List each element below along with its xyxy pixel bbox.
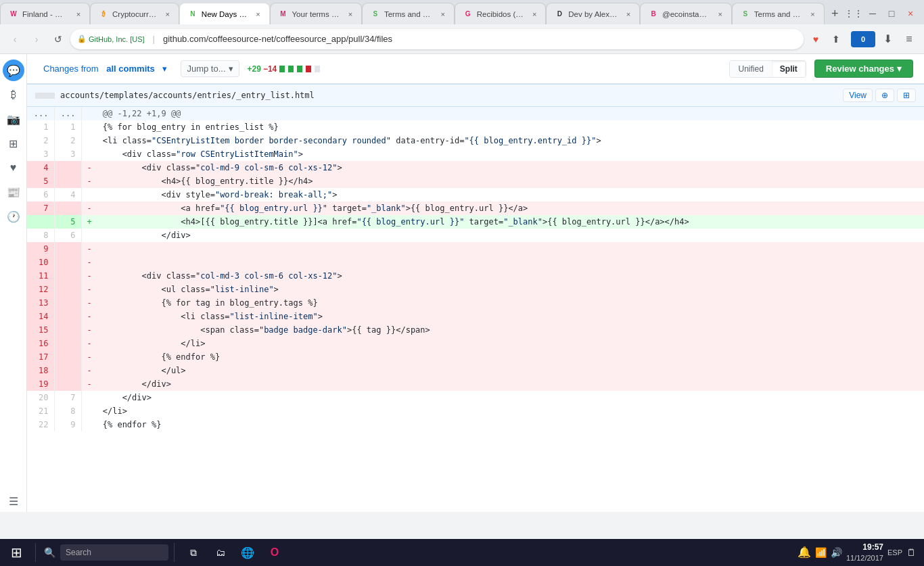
diff-line-19: 19 - </div>: [27, 377, 924, 391]
tab-close-crypto[interactable]: ×: [162, 9, 173, 20]
diff-line-4: 4 - <div class="col-md-9 col-sm-6 col-xs…: [27, 161, 924, 174]
search-button[interactable]: 🔍: [39, 539, 60, 566]
line-mark-6: [81, 188, 97, 202]
line-mark-add: +: [81, 215, 97, 229]
diff-line-add-5: 5 + <h4>[{{ blog_entry.title }}]<a href=…: [27, 215, 924, 229]
sidebar-icon-heart[interactable]: ♥: [3, 157, 24, 179]
unified-button[interactable]: Unified: [730, 61, 771, 77]
download-button[interactable]: ⬇: [878, 30, 897, 49]
line-mark-18: -: [81, 364, 97, 377]
line-mark-11: -: [81, 269, 97, 283]
hunk-left-dots: ...: [27, 107, 54, 120]
line-mark-13: -: [81, 296, 97, 310]
browser-menu-buttons: ⬇ ≡: [878, 30, 919, 49]
tab-finland[interactable]: W Finland - Wi... ×: [0, 3, 90, 24]
sidebar-icon-clock[interactable]: 🕐: [3, 206, 24, 227]
line-num-left-21: 21: [27, 404, 54, 418]
sidebar-icon-chat[interactable]: 💬: [3, 60, 24, 81]
tab-ecoinstant[interactable]: B @ecoinstant... ×: [640, 3, 732, 24]
tab-close-dev[interactable]: ×: [623, 9, 634, 20]
sidebar-icon-crypto[interactable]: ₿: [3, 84, 24, 105]
line-code-17: {% endfor %}: [97, 350, 924, 364]
taskbar-notifications[interactable]: 🔔: [798, 546, 811, 559]
tab-close-terms2[interactable]: ×: [808, 9, 818, 20]
tab-close-newdays[interactable]: ×: [253, 9, 264, 20]
window-minimize-button[interactable]: ─: [864, 5, 881, 22]
split-button[interactable]: Split: [772, 61, 806, 77]
line-mark-12: -: [81, 283, 97, 296]
line-code-15: <span class="badge badge-dark">{{ tag }}…: [97, 323, 924, 337]
line-num-left-22: 22: [27, 418, 54, 431]
line-num-right-14: [54, 310, 81, 323]
tab-crypto[interactable]: ₿ Cryptocurre... ×: [90, 3, 179, 24]
line-num-right-21: 8: [54, 404, 81, 418]
taskbar-app-files[interactable]: 🗂: [207, 539, 234, 566]
tab-favicon-dev: D: [555, 9, 564, 19]
line-mark-9: -: [81, 242, 97, 256]
diff-block-4: [306, 66, 311, 72]
sidebar-icon-menu[interactable]: ☰: [3, 490, 24, 512]
tab-close-finland[interactable]: ×: [73, 9, 84, 20]
tab-recibidos[interactable]: G Recibidos (1... ×: [455, 3, 547, 24]
line-num-left-20: 20: [27, 391, 54, 404]
tab-favicon-newdays: N: [188, 9, 198, 19]
tab-terms2[interactable]: S Terms and C... ×: [732, 3, 825, 24]
line-code-add: <h4>[{{ blog_entry.title }}]<a href="{{ …: [97, 215, 924, 229]
tab-close-ecoinstant[interactable]: ×: [715, 9, 726, 20]
window-maximize-button[interactable]: □: [883, 5, 900, 22]
line-num-left-18: 18: [27, 364, 54, 377]
sidebar-icon-apps[interactable]: ⊞: [3, 133, 24, 154]
tab-extras: ⋮⋮ ─ □ ×: [846, 5, 924, 24]
hamburger-menu[interactable]: ≡: [900, 30, 919, 49]
window-close-button[interactable]: ×: [902, 5, 919, 22]
line-mark-15: -: [81, 323, 97, 337]
tab-newdays[interactable]: N New Days 4... ×: [179, 3, 270, 24]
bookmark-button[interactable]: ♥: [806, 30, 825, 49]
tab-close-recibidos[interactable]: ×: [529, 9, 540, 20]
line-num-right-16: [54, 337, 81, 350]
share-button[interactable]: ⬆: [827, 30, 846, 49]
line-num-right-22: 9: [54, 418, 81, 431]
address-input[interactable]: 🔒 GitHub, Inc. [US] | github.com/coffees…: [70, 29, 804, 49]
forward-button[interactable]: ›: [27, 30, 46, 49]
taskbar-app-opera[interactable]: O: [261, 539, 288, 566]
tab-close-terms1[interactable]: ×: [438, 9, 448, 20]
new-tab-button[interactable]: +: [825, 3, 846, 24]
taskbar-app-view[interactable]: ⧉: [180, 539, 207, 566]
taskbar-volume[interactable]: 🔊: [831, 547, 842, 558]
diff-expand-button[interactable]: ⊕: [875, 89, 894, 102]
start-button[interactable]: ⊞: [0, 539, 32, 566]
tab-gmail[interactable]: M Your terms a... ×: [270, 3, 362, 24]
sidebar-icon-news[interactable]: 📰: [3, 181, 24, 203]
diff-line-9: 9 -: [27, 242, 924, 256]
changes-from-button[interactable]: Changes from all commits ▾: [38, 61, 172, 76]
tab-title-dev: Dev by Alex1...: [568, 10, 619, 18]
line-code-6: <div style="word-break: break-all;">: [97, 188, 924, 202]
diff-line-21: 21 8 </li>: [27, 404, 924, 418]
tab-title-gmail: Your terms a...: [292, 10, 341, 18]
search-input-taskbar[interactable]: Search: [60, 544, 168, 561]
review-changes-button[interactable]: Review changes ▾: [814, 60, 913, 78]
taskbar-app-chrome[interactable]: 🌐: [234, 539, 261, 566]
line-num-right-9: [54, 242, 81, 256]
taskbar-wifi[interactable]: 📶: [815, 547, 827, 558]
diff-line-3: 3 3 <div class="row CSEntryListItemMain"…: [27, 147, 924, 161]
diff-view-button[interactable]: View: [843, 89, 873, 102]
taskbar-notification-bell[interactable]: 🗒: [906, 547, 916, 558]
reload-button[interactable]: ↺: [49, 30, 68, 49]
tab-list-button[interactable]: ⋮⋮: [846, 5, 862, 22]
line-mark-1: [81, 120, 97, 134]
tab-terms1[interactable]: S Terms and C... ×: [362, 3, 455, 24]
diff-line-11: 11 - <div class="col-md-3 col-sm-6 col-x…: [27, 269, 924, 283]
sync-counter[interactable]: 0: [851, 31, 875, 47]
back-button[interactable]: ‹: [5, 30, 24, 49]
diff-line-12: 12 - <ul class="list-inline">: [27, 283, 924, 296]
sidebar-icon-camera[interactable]: 📷: [3, 108, 24, 130]
line-num-left-5: 5: [27, 174, 54, 188]
tab-close-gmail[interactable]: ×: [345, 9, 356, 20]
tab-dev[interactable]: D Dev by Alex1... ×: [546, 3, 640, 24]
diff-line-18: 18 - </ul>: [27, 364, 924, 377]
diff-collapse-button[interactable]: ⊞: [897, 89, 916, 102]
jump-to-button[interactable]: Jump to... ▾: [181, 60, 239, 77]
line-code-14: <li class="list-inline-item">: [97, 310, 924, 323]
